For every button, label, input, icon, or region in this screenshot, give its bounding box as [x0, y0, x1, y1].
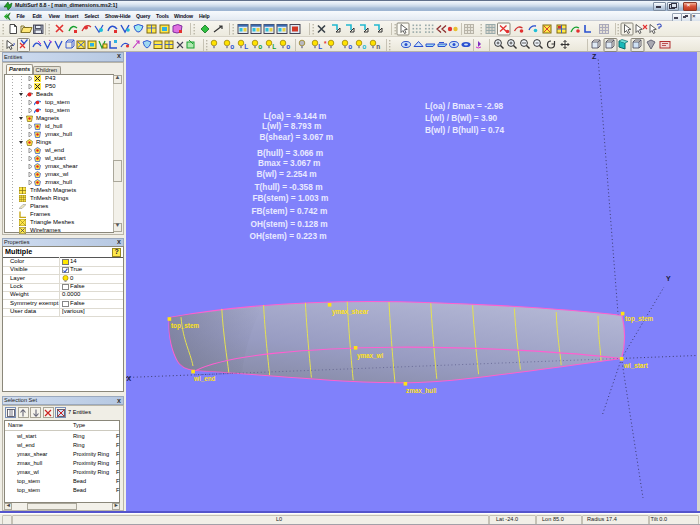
svg-text:L: L [244, 43, 248, 50]
svg-text:o: o [362, 43, 366, 50]
svg-text:n: n [376, 43, 380, 50]
svg-text:L: L [318, 43, 322, 50]
svg-text:L: L [272, 43, 276, 50]
svg-text:o: o [286, 43, 290, 50]
svg-text:*: * [324, 40, 327, 47]
svg-text:o: o [258, 43, 262, 50]
svg-text:o: o [348, 43, 352, 50]
svg-text:o: o [230, 43, 234, 50]
